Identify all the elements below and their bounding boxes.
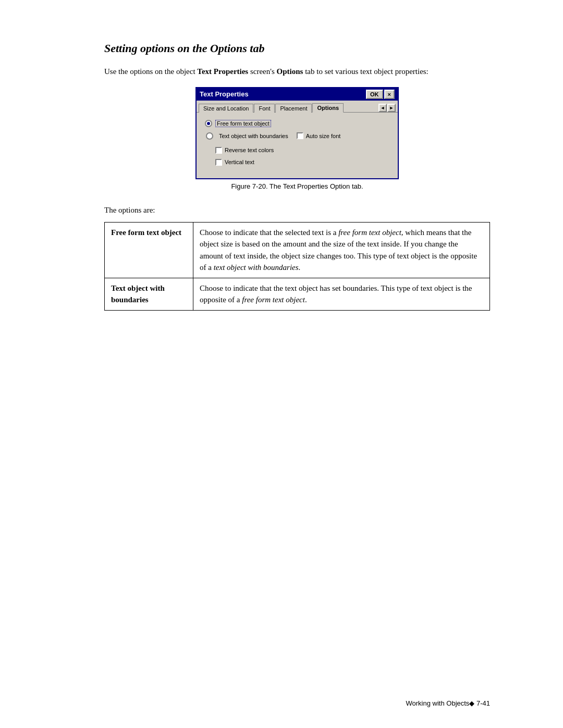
term-boundaries: Text object with boundaries <box>105 278 193 310</box>
desc-boundaries: Choose to indicate that the text object … <box>193 278 490 310</box>
intro-text-part2: screen's <box>248 67 276 76</box>
vertical-text-row[interactable]: Vertical text <box>215 159 389 166</box>
dialog-content: Free form text object Text object with b… <box>197 113 398 178</box>
radio-row-1[interactable]: Free form text object <box>205 120 389 127</box>
checkbox-reverse-colors[interactable] <box>215 147 222 154</box>
checkbox-vertical-text[interactable] <box>215 159 222 166</box>
checkbox-auto-size-label: Auto size font <box>306 133 341 139</box>
radio-row-2: Text object with boundaries Auto size fo… <box>205 132 389 140</box>
table-row-1: Free form text object Choose to indicate… <box>105 222 490 278</box>
italic-freeform-1: free form text object <box>338 228 401 237</box>
page-footer: Working with Objects◆ 7-41 <box>406 699 491 707</box>
radio-boundaries[interactable] <box>206 132 213 140</box>
dialog-title: Text Properties <box>200 90 249 98</box>
auto-size-font-item[interactable]: Auto size font <box>297 132 341 139</box>
section-heading: Setting options on the Options tab <box>104 42 490 55</box>
intro-text-part3: tab to set various text object propertie… <box>303 67 428 76</box>
options-table: Free form text object Choose to indicate… <box>104 222 490 311</box>
tab-font[interactable]: Font <box>254 104 275 113</box>
tab-placement[interactable]: Placement <box>275 104 312 113</box>
tab-nav: ◄ ► <box>378 104 398 112</box>
reverse-colors-row[interactable]: Reverse text colors <box>215 147 389 154</box>
options-intro: The options are: <box>104 206 490 215</box>
dialog-titlebar: Text Properties OK × <box>197 88 398 101</box>
radio-boundaries-label: Text object with boundaries <box>219 133 288 139</box>
italic-freeform-ref: free form text object <box>242 295 305 304</box>
checkbox-auto-size[interactable] <box>297 132 303 139</box>
page-container: Setting options on the Options tab Use t… <box>0 0 563 728</box>
radio-freeform-label: Free form text object <box>215 120 271 127</box>
radio-boundaries-item[interactable]: Text object with boundaries <box>206 132 288 140</box>
tab-nav-next[interactable]: ► <box>387 104 396 112</box>
intro-bold1: Text Properties <box>197 67 248 76</box>
figure-caption: Figure 7-20. The Text Properties Option … <box>231 182 363 190</box>
tab-options[interactable]: Options <box>312 103 344 113</box>
radio-freeform[interactable] <box>205 120 212 127</box>
close-button[interactable]: × <box>384 90 395 99</box>
intro-bold2: Options <box>277 67 303 76</box>
dialog-titlebar-buttons: OK × <box>366 90 395 99</box>
tab-size-and-location[interactable]: Size and Location <box>199 104 253 113</box>
intro-text-part1: Use the options on the object <box>104 67 197 76</box>
dialog-wrapper: Text Properties OK × Size and Location F… <box>104 87 490 201</box>
checkbox-section: Reverse text colors Vertical text <box>205 147 389 166</box>
italic-boundaries-ref: text object with boundaries <box>214 263 299 272</box>
dialog-tabs: Size and Location Font Placement Options… <box>197 101 398 113</box>
tab-nav-prev[interactable]: ◄ <box>378 104 387 112</box>
term-freeform: Free form text object <box>105 222 193 278</box>
checkbox-reverse-label: Reverse text colors <box>225 147 274 153</box>
intro-paragraph: Use the options on the object Text Prope… <box>104 66 490 78</box>
checkbox-vertical-label: Vertical text <box>225 159 254 165</box>
desc-freeform: Choose to indicate that the selected tex… <box>193 222 490 278</box>
ok-button[interactable]: OK <box>366 90 383 99</box>
dialog-box: Text Properties OK × Size and Location F… <box>195 87 399 179</box>
table-row-2: Text object with boundaries Choose to in… <box>105 278 490 310</box>
